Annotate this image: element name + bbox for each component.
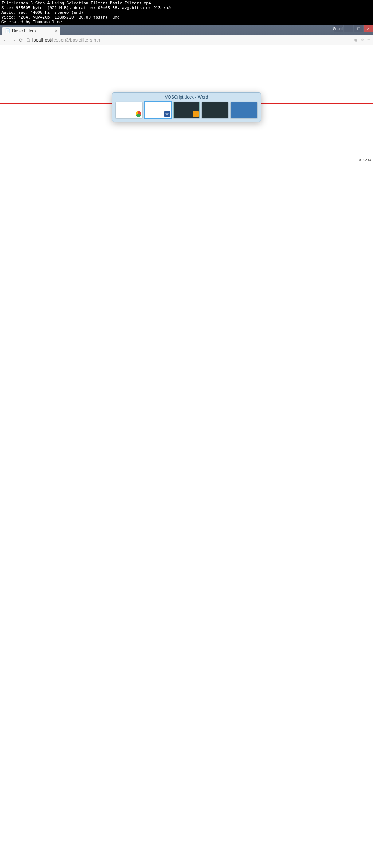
chrome-tabstrip: 📄 Basic Filters × Search — ☐ ✕ (0, 25, 373, 35)
chrome-window: 📄 Basic Filters × Search — ☐ ✕ ← → ⟳ 🗋 l… (0, 25, 373, 162)
window-controls: Search — ☐ ✕ (334, 25, 373, 32)
url-path: /lesson3/basicfilters.htm (51, 37, 102, 43)
close-button[interactable]: ✕ (364, 25, 373, 32)
menu-icon[interactable]: ≡ (367, 37, 370, 43)
console-line: Size: 955605 bytes (921 MiB), duration: … (1, 5, 372, 10)
switcher-thumb-desktop[interactable] (231, 102, 257, 118)
console-line: Video: h264, yuv420p, 1280x720, 30.00 fp… (1, 15, 372, 20)
search-button[interactable]: Search (334, 25, 343, 32)
url-host: localhost (32, 37, 51, 43)
console-line: Generated by Thumbnail me (1, 20, 372, 24)
page-icon: 📄 (5, 28, 11, 33)
word-icon: W (164, 111, 170, 117)
forward-button[interactable]: → (11, 37, 16, 43)
chrome-toolbar: ← → ⟳ 🗋 localhost/lesson3/basicfilters.h… (0, 35, 373, 45)
close-tab-icon[interactable]: × (55, 28, 58, 33)
minimize-button[interactable]: — (344, 25, 353, 32)
alt-tab-switcher[interactable]: VOSCript.docx - Word W (112, 92, 261, 122)
chrome-tab-active[interactable]: 📄 Basic Filters × (2, 27, 60, 35)
switcher-title: VOSCript.docx - Word (116, 95, 257, 100)
address-bar[interactable]: 🗋 localhost/lesson3/basicfilters.htm (26, 37, 351, 43)
switcher-thumb-sublime[interactable] (173, 102, 200, 118)
switcher-thumbs: W (116, 102, 257, 118)
switcher-thumb-word[interactable]: W (145, 102, 171, 118)
reload-button[interactable]: ⟳ (19, 37, 23, 43)
chrome-viewport: VOSCript.docx - Word W 00:02:47 (0, 45, 373, 162)
console-line: File:Lesson 3 Step 4 Using Selection Fil… (1, 1, 372, 5)
tab-title: Basic Filters (12, 28, 36, 33)
video-info-console: File:Lesson 3 Step 4 Using Selection Fil… (0, 0, 373, 25)
maximize-button[interactable]: ☐ (354, 25, 363, 32)
chrome-icon (136, 111, 141, 117)
timestamp: 00:02:47 (359, 158, 372, 162)
switcher-thumb-chrome[interactable] (116, 102, 142, 118)
switcher-thumb-app[interactable] (202, 102, 228, 118)
sublime-icon (193, 111, 199, 117)
voice-search-icon[interactable]: ◉ (354, 38, 358, 42)
console-line: Audio: aac, 44000 Hz, stereo (und) (1, 10, 372, 15)
bookmark-icon[interactable]: ☆ (361, 38, 364, 42)
back-button[interactable]: ← (3, 37, 8, 43)
page-icon: 🗋 (26, 37, 32, 43)
